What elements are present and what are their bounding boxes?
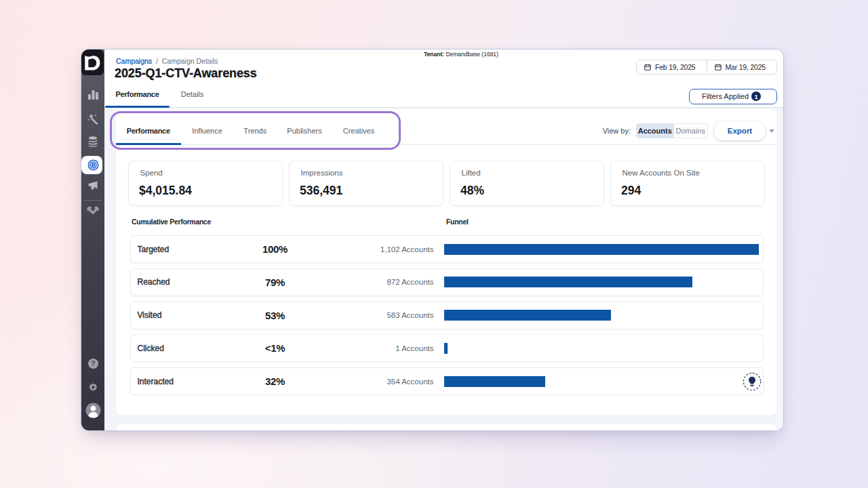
svg-text:?: ? bbox=[91, 359, 95, 367]
